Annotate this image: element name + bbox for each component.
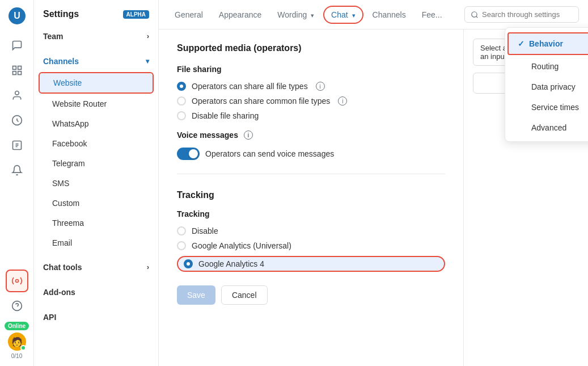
topnav-chat[interactable]: Chat ▾: [323, 6, 363, 24]
sidebar-item-email[interactable]: Email: [39, 233, 154, 253]
avatar-online-dot: [20, 345, 26, 351]
radio-tracking-ga4-icon[interactable]: [184, 259, 193, 268]
file-sharing-common[interactable]: Operators can share common file types i: [177, 96, 445, 106]
online-status-row: Online: [5, 322, 29, 330]
save-button[interactable]: Save: [177, 285, 215, 305]
topnav-channels[interactable]: Channels: [366, 6, 413, 24]
wording-chevron-icon: ▾: [311, 12, 314, 19]
file-sharing-title: File sharing: [177, 65, 445, 74]
sidebar-item-settings[interactable]: [6, 270, 28, 292]
sidebar-api-section: API: [34, 307, 158, 327]
radio-all-icon[interactable]: [177, 82, 186, 91]
cancel-button[interactable]: Cancel: [221, 285, 268, 305]
sidebar-item-ai[interactable]: [6, 134, 28, 157]
sidebar-team-header[interactable]: Team ›: [34, 26, 158, 47]
svg-point-6: [15, 91, 19, 95]
voice-info-icon[interactable]: i: [244, 131, 253, 140]
sidebar-item-website[interactable]: Website: [39, 72, 154, 94]
voice-messages-title: Voice messages i: [177, 131, 445, 140]
tracking-options: Disable Google Analytics (Universal) Goo…: [177, 226, 445, 272]
topnav-general[interactable]: General: [168, 6, 210, 24]
info-common-icon[interactable]: i: [338, 96, 347, 106]
sidebar-chat-tools-header[interactable]: Chat tools ›: [34, 257, 158, 277]
voice-toggle-row: Operators can send voice messages: [177, 148, 445, 160]
main-area: General Appearance Wording ▾ Chat ▾ Chan…: [159, 0, 588, 366]
topnav-wording[interactable]: Wording ▾: [270, 6, 321, 24]
svg-rect-3: [18, 66, 21, 70]
sidebar-item-layers[interactable]: [6, 59, 28, 82]
tracking-universal[interactable]: Google Analytics (Universal): [177, 241, 445, 250]
sidebar-team-section: Team ›: [34, 26, 158, 47]
topnav-appearance[interactable]: Appearance: [212, 6, 269, 24]
sidebar-item-reports[interactable]: [6, 109, 28, 132]
sidebar-chat-tools-section: Chat tools ›: [34, 257, 158, 277]
toggle-knob: [189, 149, 198, 158]
svg-rect-2: [12, 66, 16, 70]
icon-bar-bottom: Online 🧑 0/10: [5, 270, 29, 359]
sidebar-item-facebook[interactable]: Facebook: [39, 134, 154, 153]
info-all-icon[interactable]: i: [316, 82, 325, 91]
search-bar[interactable]: [464, 6, 579, 23]
search-input[interactable]: [482, 10, 573, 19]
channels-chevron-icon: ▾: [146, 57, 149, 65]
voice-toggle-label: Operators can send voice messages: [205, 149, 334, 158]
counter-badge: 0/10: [11, 353, 22, 359]
sidebar-channels-header[interactable]: Channels ▾: [34, 51, 158, 71]
topnav-items: General Appearance Wording ▾ Chat ▾ Chan…: [168, 6, 449, 24]
sidebar-addons-section: Add-ons: [34, 282, 158, 302]
main-content: Supported media (operators) File sharing…: [159, 30, 463, 366]
sidebar-item-conversations[interactable]: [6, 34, 28, 57]
svg-rect-4: [12, 71, 16, 75]
dropdown-item-data-privacy[interactable]: Data privacy: [505, 77, 588, 97]
sidebar-item-telegram[interactable]: Telegram: [39, 154, 154, 173]
radio-common-icon[interactable]: [177, 96, 186, 106]
file-sharing-disable[interactable]: Disable file sharing: [177, 111, 445, 120]
dropdown-item-behavior[interactable]: ✓ Behavior: [507, 32, 588, 55]
tracking-ga4[interactable]: Google Analytics 4: [177, 256, 445, 272]
sidebar-addons-header[interactable]: Add-ons: [34, 282, 158, 302]
tracking-disable[interactable]: Disable: [177, 226, 445, 235]
check-icon: ✓: [518, 39, 524, 48]
supported-media-section: Supported media (operators) File sharing…: [177, 43, 445, 174]
svg-text:U: U: [14, 11, 20, 20]
svg-rect-5: [18, 71, 21, 75]
chat-tools-chevron-icon: ›: [147, 263, 149, 271]
top-nav: General Appearance Wording ▾ Chat ▾ Chan…: [159, 0, 588, 30]
dropdown-item-advanced[interactable]: Advanced: [505, 117, 588, 138]
team-chevron-icon: ›: [147, 32, 149, 40]
dropdown-item-routing[interactable]: Routing: [505, 56, 588, 77]
topnav-feeds[interactable]: Fee...: [415, 6, 449, 24]
icon-bar: U Online 🧑 0/10: [0, 0, 34, 366]
file-sharing-options: Operators can share all file types i Ope…: [177, 82, 445, 120]
dropdown-item-service-times[interactable]: Service times: [505, 97, 588, 117]
app-logo[interactable]: U: [8, 7, 26, 25]
voice-messages-row: Voice messages i Operators can send voic…: [177, 131, 445, 160]
sidebar-item-website-router[interactable]: Website Router: [39, 94, 154, 113]
sidebar-title: Settings ALPHA: [34, 9, 158, 22]
supported-media-title: Supported media (operators): [177, 43, 445, 53]
sidebar-item-threema[interactable]: Threema: [39, 213, 154, 233]
sidebar-channels-section: Channels ▾ Website Website Router WhatsA…: [34, 51, 158, 253]
radio-tracking-universal-icon[interactable]: [177, 241, 186, 250]
sidebar: Settings ALPHA Team › Channels ▾ Website…: [34, 0, 159, 366]
action-buttons: Save Cancel: [177, 285, 445, 305]
alpha-badge: ALPHA: [123, 10, 149, 19]
online-badge: Online: [5, 322, 29, 330]
sidebar-item-sms[interactable]: SMS: [39, 174, 154, 193]
tracking-section: Tracking Tracking Disable Google Analyti…: [177, 190, 445, 305]
voice-toggle[interactable]: [177, 148, 200, 160]
file-sharing-all[interactable]: Operators can share all file types i: [177, 82, 445, 91]
sidebar-item-help[interactable]: [6, 295, 28, 317]
tracking-title: Tracking: [177, 190, 445, 200]
radio-tracking-disable-icon[interactable]: [177, 226, 186, 235]
sidebar-item-notifications[interactable]: [6, 159, 28, 182]
tracking-sub-title: Tracking: [177, 209, 445, 218]
sidebar-item-contacts[interactable]: [6, 84, 28, 107]
chat-chevron-icon: ▾: [352, 12, 356, 19]
sidebar-item-custom[interactable]: Custom: [39, 193, 154, 213]
radio-disable-icon[interactable]: [177, 111, 186, 120]
sidebar-item-whatsapp[interactable]: WhatsApp: [39, 114, 154, 133]
search-icon: [471, 11, 479, 19]
sidebar-api-header[interactable]: API: [34, 307, 158, 327]
avatar[interactable]: 🧑: [8, 333, 26, 351]
